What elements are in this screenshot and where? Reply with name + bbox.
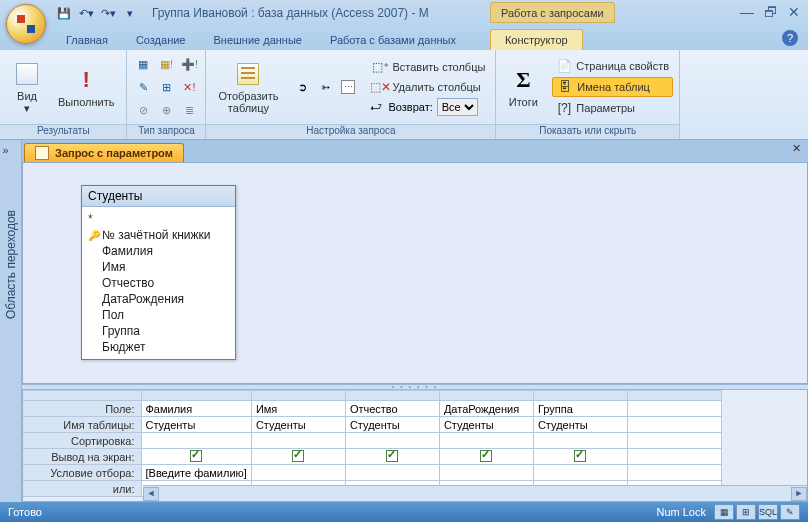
sql-view-button[interactable]: SQL xyxy=(758,504,778,520)
table-field-list[interactable]: Студенты *🔑№ зачётной книжкиФамилияИмяОт… xyxy=(81,185,236,360)
field-item[interactable]: Имя xyxy=(84,259,233,275)
grid-cell[interactable] xyxy=(533,465,627,481)
navigation-pane[interactable]: » Область переходов xyxy=(0,140,22,502)
pivot-view-button[interactable]: ⊞ xyxy=(736,504,756,520)
tab-external[interactable]: Внешние данные xyxy=(200,30,316,50)
property-sheet-button[interactable]: 📄 Страница свойств xyxy=(552,57,673,75)
grid-cell[interactable]: Студенты xyxy=(141,417,251,433)
table-names-button[interactable]: 🗄 Имена таблиц xyxy=(552,77,673,97)
tab-dbtools[interactable]: Работа с базами данных xyxy=(316,30,470,50)
run-button[interactable]: ! Выполнить xyxy=(52,64,120,110)
grid-row-header: Сортировка: xyxy=(23,433,141,449)
delete-columns-button[interactable]: ⬚✕ Удалить столбцы xyxy=(368,78,489,96)
save-icon[interactable]: 💾 xyxy=(56,5,72,21)
grid-cell[interactable]: Фамилия xyxy=(141,401,251,417)
tab-home[interactable]: Главная xyxy=(52,30,122,50)
grid-cell[interactable] xyxy=(533,449,627,465)
grid-cell[interactable]: Студенты xyxy=(345,417,439,433)
help-icon[interactable]: ? xyxy=(782,30,798,46)
show-checkbox[interactable] xyxy=(386,450,398,462)
grid-cell[interactable]: Студенты xyxy=(533,417,627,433)
column-selector[interactable] xyxy=(533,391,627,401)
column-selector[interactable] xyxy=(627,391,721,401)
show-checkbox[interactable] xyxy=(574,450,586,462)
column-selector[interactable] xyxy=(141,391,251,401)
datasheet-view-button[interactable]: ▦ xyxy=(714,504,734,520)
totals-button[interactable]: Σ Итоги xyxy=(502,64,544,110)
design-view-button[interactable]: ✎ xyxy=(780,504,800,520)
field-item[interactable]: 🔑№ зачётной книжки xyxy=(84,227,233,243)
field-item[interactable]: Фамилия xyxy=(84,243,233,259)
grid-cell[interactable]: Студенты xyxy=(251,417,345,433)
undo-icon[interactable]: ↶▾ xyxy=(78,5,94,21)
close-button[interactable]: ✕ xyxy=(788,4,800,20)
show-checkbox[interactable] xyxy=(190,450,202,462)
field-item[interactable]: Группа xyxy=(84,323,233,339)
delete-query-icon[interactable]: ✕! xyxy=(179,77,199,97)
update-query-icon[interactable]: ✎ xyxy=(133,77,153,97)
builder-button[interactable]: ⋯ xyxy=(338,77,358,97)
expand-nav-icon[interactable]: » xyxy=(3,144,19,160)
grid-cell[interactable] xyxy=(251,449,345,465)
show-checkbox[interactable] xyxy=(480,450,492,462)
view-button[interactable]: Вид▾ xyxy=(6,58,48,116)
grid-cell[interactable] xyxy=(141,449,251,465)
return-label: Возврат: xyxy=(388,101,432,113)
grid-cell[interactable]: [Введите фамилию] xyxy=(141,465,251,481)
make-table-icon[interactable]: ▦! xyxy=(156,54,176,74)
status-bar: Готово Num Lock ▦ ⊞ SQL ✎ xyxy=(0,502,808,522)
ddl-query-icon[interactable]: ≣ xyxy=(179,100,199,120)
select-query-icon[interactable]: ▦ xyxy=(133,54,153,74)
grid-cell[interactable]: ДатаРождения xyxy=(439,401,533,417)
grid-cell[interactable]: Группа xyxy=(533,401,627,417)
grid-cell[interactable] xyxy=(251,465,345,481)
field-star[interactable]: * xyxy=(84,211,233,227)
group-showhide: Показать или скрыть xyxy=(496,124,679,139)
column-selector[interactable] xyxy=(251,391,345,401)
scroll-right-icon[interactable]: ► xyxy=(791,487,807,501)
grid-cell[interactable] xyxy=(439,433,533,449)
passthrough-query-icon[interactable]: ⊕ xyxy=(156,100,176,120)
grid-cell[interactable] xyxy=(533,433,627,449)
minimize-button[interactable]: — xyxy=(740,4,754,20)
return-select[interactable]: Все xyxy=(437,98,478,116)
insert-rows-icon[interactable]: ➲ xyxy=(292,77,312,97)
grid-cell[interactable] xyxy=(345,465,439,481)
crosstab-query-icon[interactable]: ⊞ xyxy=(156,77,176,97)
field-item[interactable]: Отчество xyxy=(84,275,233,291)
scroll-left-icon[interactable]: ◄ xyxy=(143,487,159,501)
insert-columns-button[interactable]: ⬚⁺ Вставить столбцы xyxy=(368,58,489,76)
show-table-button[interactable]: Отобразить таблицу xyxy=(212,58,284,116)
append-query-icon[interactable]: ➕! xyxy=(179,54,199,74)
restore-button[interactable]: 🗗 xyxy=(764,4,778,20)
grid-cell[interactable] xyxy=(345,449,439,465)
grid-cell[interactable]: Студенты xyxy=(439,417,533,433)
field-item[interactable]: Бюджет xyxy=(84,339,233,355)
office-button[interactable] xyxy=(6,4,46,44)
grid-cell[interactable] xyxy=(251,433,345,449)
field-item[interactable]: Пол xyxy=(84,307,233,323)
grid-cell[interactable] xyxy=(439,449,533,465)
grid-cell[interactable] xyxy=(345,433,439,449)
field-item[interactable]: ДатаРождения xyxy=(84,291,233,307)
grid-cell[interactable] xyxy=(141,433,251,449)
grid-cell[interactable] xyxy=(439,465,533,481)
qat-customize-icon[interactable]: ▾ xyxy=(122,5,138,21)
parameters-button[interactable]: [?] Параметры xyxy=(552,99,673,117)
close-tab-icon[interactable]: ✕ xyxy=(788,142,804,158)
redo-icon[interactable]: ↷▾ xyxy=(100,5,116,21)
horizontal-scrollbar[interactable]: ◄ ► xyxy=(143,485,807,501)
title-bar: 💾 ↶▾ ↷▾ ▾ Группа Ивановой : база данных … xyxy=(0,0,808,26)
query-tab[interactable]: Запрос с параметром xyxy=(24,143,184,162)
delete-rows-icon[interactable]: ➳ xyxy=(315,77,335,97)
grid-cell[interactable]: Отчество xyxy=(345,401,439,417)
qbQBE-grid[interactable]: Поле:ФамилияИмяОтчествоДатаРожденияГрупп… xyxy=(22,390,808,502)
design-surface[interactable]: Студенты *🔑№ зачётной книжкиФамилияИмяОт… xyxy=(22,162,808,384)
tab-design[interactable]: Конструктор xyxy=(490,29,583,50)
union-query-icon[interactable]: ⊘ xyxy=(133,100,153,120)
column-selector[interactable] xyxy=(345,391,439,401)
grid-cell[interactable]: Имя xyxy=(251,401,345,417)
column-selector[interactable] xyxy=(439,391,533,401)
show-checkbox[interactable] xyxy=(292,450,304,462)
tab-create[interactable]: Создание xyxy=(122,30,200,50)
